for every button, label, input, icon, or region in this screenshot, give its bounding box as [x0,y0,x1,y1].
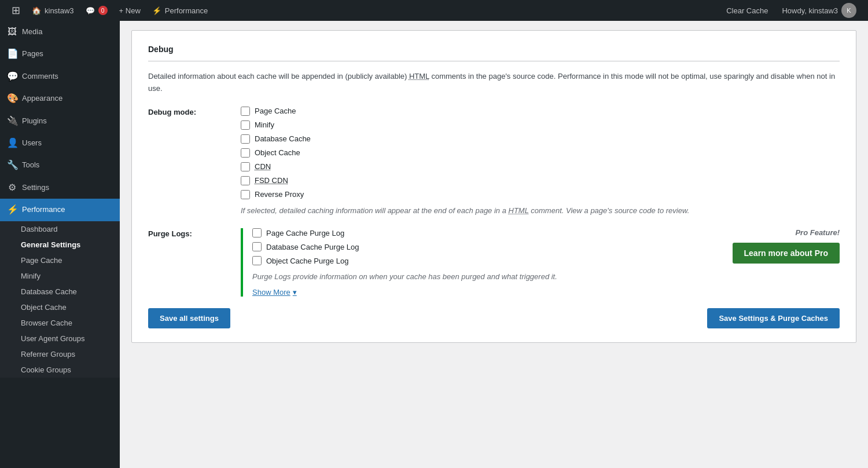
debug-cdn-label: CDN [255,162,271,171]
sidebar-submenu-user-agent-groups[interactable]: User Agent Groups [0,331,120,346]
house-icon: 🏠 [32,6,41,15]
debug-database-cache-input[interactable] [241,134,250,144]
purge-logs-label: Purge Logs: [148,228,218,238]
media-icon: 🖼 [7,25,17,38]
performance-submenu: Dashboard General Settings Page Cache Mi… [0,221,120,378]
debug-page-cache-label: Page Cache [255,107,296,115]
purge-object-cache-input[interactable] [252,256,262,265]
admin-bar: ⊞ 🏠 kinstaw3 💬 0 + New ⚡ Performance Cle… [0,0,868,21]
debug-minify-label: Minify [255,120,274,129]
sidebar-item-media[interactable]: 🖼 Media [0,21,120,43]
debug-mode-row: Debug mode: Page Cache Minify [148,107,840,217]
adminbar-comments[interactable]: 💬 0 [80,0,113,21]
debug-minify-input[interactable] [241,120,250,130]
performance-icon: ⚡ [7,203,17,216]
save-settings-purge-button[interactable]: Save Settings & Purge Caches [707,308,840,328]
debug-database-cache-label: Database Cache [255,134,311,143]
debug-mode-content: Page Cache Minify Database Cache Ob [241,107,840,217]
plugins-icon: 🔌 [7,115,17,127]
sidebar-item-users[interactable]: 👤 Users [0,132,120,154]
pages-icon: 📄 [7,47,17,60]
purge-hint-text: Purge Logs provide information on when y… [252,271,712,283]
debug-fsd-cdn-checkbox[interactable]: FSD CDN [241,176,840,185]
card-footer: Save all settings Save Settings & Purge … [148,308,840,328]
sidebar-submenu-database-cache[interactable]: Database Cache [0,284,120,299]
tools-icon: 🔧 [7,159,17,171]
sidebar-item-plugins[interactable]: 🔌 Plugins [0,110,120,132]
chevron-down-icon: ▾ [293,288,297,297]
pro-feature-label: Pro Feature! [795,228,840,237]
adminbar-performance[interactable]: ⚡ Performance [146,0,214,21]
purge-database-cache-label: Database Cache Purge Log [266,243,359,251]
adminbar-wp-logo[interactable]: ⊞ [6,0,26,21]
sidebar-submenu-cookie-groups[interactable]: Cookie Groups [0,362,120,378]
purge-page-cache-checkbox[interactable]: Page Cache Purge Log [252,228,712,237]
debug-cdn-checkbox[interactable]: CDN [241,162,840,171]
debug-database-cache-checkbox[interactable]: Database Cache [241,134,840,144]
sidebar-item-comments[interactable]: 💬 Comments [0,65,120,87]
debug-reverse-proxy-input[interactable] [241,190,250,199]
purge-logs-row: Purge Logs: Page Cache Purge Log Databas… [148,228,840,297]
users-icon: 👤 [7,137,17,149]
main-content: Debug Detailed information about each ca… [120,21,868,468]
debug-card: Debug Detailed information about each ca… [131,30,856,343]
debug-object-cache-label: Object Cache [255,148,300,157]
debug-checkbox-group: Page Cache Minify Database Cache Ob [241,107,840,199]
purge-logs-right: Pro Feature! Learn more about Pro [724,228,840,297]
settings-icon: ⚙ [7,181,17,194]
wp-icon: ⊞ [12,4,20,17]
sidebar-submenu-page-cache[interactable]: Page Cache [0,253,120,268]
debug-hint-text: If selected, detailed caching informatio… [241,205,840,217]
learn-more-pro-button[interactable]: Learn more about Pro [733,243,840,264]
save-all-settings-button[interactable]: Save all settings [148,308,230,328]
debug-fsd-cdn-label: FSD CDN [255,176,288,185]
appearance-icon: 🎨 [7,92,17,105]
debug-fsd-cdn-input[interactable] [241,176,250,185]
comments-icon: 💬 [7,70,17,83]
debug-object-cache-checkbox[interactable]: Object Cache [241,148,840,158]
show-more-link[interactable]: Show More ▾ [252,288,297,297]
purge-logs-container: Page Cache Purge Log Database Cache Purg… [241,228,840,297]
comment-icon: 💬 [86,6,95,15]
sidebar-submenu-general-settings[interactable]: General Settings [0,237,120,253]
debug-object-cache-input[interactable] [241,148,250,158]
sidebar-submenu-object-cache[interactable]: Object Cache [0,299,120,315]
section-title: Debug [148,45,840,61]
debug-page-cache-input[interactable] [241,107,250,116]
purge-database-cache-input[interactable] [252,242,262,251]
sidebar-submenu-referrer-groups[interactable]: Referrer Groups [0,346,120,362]
performance-nav-icon: ⚡ [152,6,161,15]
sidebar-submenu-dashboard[interactable]: Dashboard [0,221,120,237]
purge-logs-left: Page Cache Purge Log Database Cache Purg… [252,228,712,297]
purge-object-cache-checkbox[interactable]: Object Cache Purge Log [252,256,712,265]
howdy-user[interactable]: Howdy, kinstaw3 K [776,0,862,21]
purge-database-cache-checkbox[interactable]: Database Cache Purge Log [252,242,712,251]
sidebar-item-tools[interactable]: 🔧 Tools [0,154,120,176]
debug-reverse-proxy-label: Reverse Proxy [255,190,304,199]
purge-object-cache-label: Object Cache Purge Log [266,257,348,265]
debug-cdn-input[interactable] [241,162,250,171]
description-text: Detailed information about each cache wi… [148,71,840,95]
debug-page-cache-checkbox[interactable]: Page Cache [241,107,840,116]
sidebar-item-pages[interactable]: 📄 Pages [0,43,120,65]
sidebar-item-settings[interactable]: ⚙ Settings [0,177,120,199]
sidebar-item-appearance[interactable]: 🎨 Appearance [0,87,120,109]
purge-page-cache-input[interactable] [252,228,262,237]
adminbar-new[interactable]: + New [113,0,146,21]
debug-minify-checkbox[interactable]: Minify [241,120,840,130]
sidebar-item-performance[interactable]: ⚡ Performance [0,199,120,221]
debug-reverse-proxy-checkbox[interactable]: Reverse Proxy [241,190,840,199]
purge-page-cache-label: Page Cache Purge Log [266,229,344,237]
purge-checkbox-group: Page Cache Purge Log Database Cache Purg… [252,228,712,265]
debug-mode-label: Debug mode: [148,107,218,116]
sidebar-submenu-browser-cache[interactable]: Browser Cache [0,315,120,331]
avatar: K [841,3,856,18]
sidebar-submenu-minify[interactable]: Minify [0,268,120,284]
sidebar: 🖼 Media 📄 Pages 💬 Comments 🎨 Appearance … [0,21,120,468]
adminbar-site-name[interactable]: 🏠 kinstaw3 [26,0,80,21]
clear-cache-button[interactable]: Clear Cache [720,0,774,21]
